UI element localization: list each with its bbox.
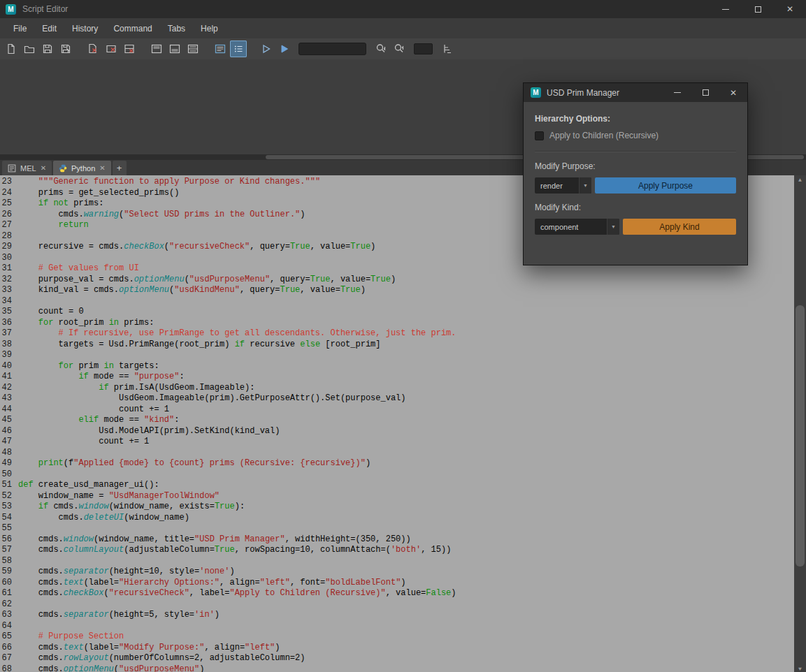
scroll-up-icon[interactable]: ▲	[794, 175, 806, 185]
code-line: 51def create_usd_manager_ui():	[0, 480, 806, 491]
history-pane-only-icon[interactable]	[148, 41, 165, 57]
code-line: 61 cmds.checkBox("recursiveCheck", label…	[0, 588, 806, 599]
clear-all-icon[interactable]	[121, 41, 138, 57]
maya-app-icon: M	[531, 87, 541, 98]
echo-all-commands-icon[interactable]	[212, 41, 229, 57]
tab-mel-close-icon[interactable]: ✕	[41, 164, 46, 172]
find-next-icon[interactable]	[373, 41, 389, 57]
execute-icon[interactable]	[275, 41, 292, 57]
code-line: 41 if mode == "purpose":	[0, 372, 806, 383]
editor-vertical-scrollbar[interactable]: ▲ ▼	[794, 175, 806, 672]
code-line: 63 cmds.separator(height=5, style='in')	[0, 610, 806, 621]
purpose-dropdown[interactable]: render ▼	[535, 177, 591, 193]
hierarchy-options-label: Hierarchy Options:	[535, 114, 736, 124]
menu-history[interactable]: History	[64, 18, 106, 38]
tab-mel-label: MEL	[20, 164, 36, 173]
search-field[interactable]	[298, 43, 366, 55]
window-title: Script Editor	[22, 4, 68, 14]
chevron-down-icon[interactable]: ▼	[579, 177, 591, 193]
window-controls: ✕	[710, 0, 806, 18]
mel-icon	[8, 164, 16, 173]
code-line: 40 for prim in targets:	[0, 361, 806, 372]
scroll-down-icon[interactable]: ▼	[794, 664, 806, 672]
code-line: 36 for root_prim in prims:	[0, 318, 806, 329]
code-line: 54 cmds.deleteUI(window_name)	[0, 513, 806, 524]
code-line: 46 Usd.ModelAPI(prim).SetKind(kind_val)	[0, 426, 806, 437]
show-line-numbers-icon[interactable]	[230, 41, 247, 57]
code-line: 60 cmds.text(label="Hierarchy Options:",…	[0, 578, 806, 589]
minimize-icon	[674, 92, 681, 93]
code-line: 65 # Purpose Section	[0, 631, 806, 643]
maximize-icon	[755, 6, 761, 13]
new-script-icon[interactable]	[3, 41, 20, 57]
apply-purpose-button[interactable]: Apply Purpose	[595, 177, 736, 193]
menu-file[interactable]: File	[6, 18, 34, 38]
modify-kind-label: Modify Kind:	[535, 203, 736, 212]
code-line: 67 cmds.rowLayout(numberOfColumns=2, adj…	[0, 653, 806, 664]
maximize-icon	[703, 89, 709, 96]
side-input-field[interactable]	[414, 43, 433, 54]
kind-dropdown[interactable]: component ▼	[535, 219, 619, 235]
tab-mel[interactable]: MEL ✕	[2, 161, 52, 175]
maximize-button[interactable]	[742, 0, 774, 18]
save-script-as-icon[interactable]	[57, 41, 74, 57]
minimize-button[interactable]	[710, 0, 742, 18]
open-script-icon[interactable]	[21, 41, 38, 57]
clear-history-icon[interactable]	[85, 41, 101, 57]
code-line: 53 if cmds.window(window_name, exists=Tr…	[0, 502, 806, 513]
usd-title-bar: M USD Prim Manager ✕	[524, 83, 747, 102]
stack-trace-icon[interactable]	[439, 41, 456, 57]
recursive-checkbox-label: Apply to Children (Recursive)	[549, 131, 659, 140]
purpose-dropdown-value: render	[535, 177, 579, 193]
modify-purpose-label: Modify Purpose:	[535, 161, 736, 171]
separator	[535, 151, 736, 152]
clear-input-icon[interactable]	[103, 41, 120, 57]
code-line: 39	[0, 350, 806, 361]
code-line: 52 window_name = "UsdManagerToolWindow"	[0, 491, 806, 502]
python-icon	[59, 164, 67, 173]
code-line: 66 cmds.text(label="Modify Purpose:", al…	[0, 643, 806, 654]
input-pane-only-icon[interactable]	[166, 41, 183, 57]
code-line: 34	[0, 296, 806, 307]
code-line: 35 count = 0	[0, 307, 806, 318]
usd-window-title: USD Prim Manager	[547, 88, 619, 98]
menu-tabs[interactable]: Tabs	[160, 18, 193, 38]
usd-close-button[interactable]: ✕	[719, 83, 747, 102]
tab-python-label: Python	[71, 164, 95, 173]
kind-row: component ▼ Apply Kind	[535, 219, 736, 235]
maya-app-icon: M	[6, 4, 16, 15]
apply-kind-button[interactable]: Apply Kind	[623, 219, 736, 235]
usd-maximize-button[interactable]	[691, 83, 719, 102]
menu-command[interactable]: Command	[106, 18, 159, 38]
code-line: 55	[0, 523, 806, 534]
toolbar	[0, 38, 806, 59]
code-line: 48	[0, 448, 806, 459]
usd-prim-manager-window: M USD Prim Manager ✕ Hierarchy Options: …	[523, 82, 748, 265]
code-line: 42 if prim.IsA(UsdGeom.Imageable):	[0, 383, 806, 394]
find-previous-icon[interactable]	[391, 41, 408, 57]
code-line: 37 # If recursive, use PrimRange to get …	[0, 328, 806, 339]
execute-all-icon[interactable]	[257, 41, 274, 57]
tab-python-close-icon[interactable]: ✕	[99, 164, 105, 172]
code-line: 68 cmds.optionMenu("usdPurposeMenu")	[0, 664, 806, 672]
code-line: 44 count += 1	[0, 404, 806, 416]
menu-help[interactable]: Help	[193, 18, 226, 38]
code-line: 64	[0, 621, 806, 632]
usd-minimize-button[interactable]	[663, 83, 691, 102]
editor-scrollbar-thumb[interactable]	[796, 305, 805, 567]
save-script-icon[interactable]	[39, 41, 56, 57]
both-panes-icon[interactable]	[185, 41, 201, 57]
code-line: 58	[0, 556, 806, 567]
purpose-row: render ▼ Apply Purpose	[535, 177, 736, 193]
recursive-checkbox-row[interactable]: Apply to Children (Recursive)	[535, 131, 736, 140]
close-button[interactable]: ✕	[774, 0, 806, 18]
code-line: 43 UsdGeom.Imageable(prim).GetPurposeAtt…	[0, 393, 806, 404]
add-tab-button[interactable]: +	[113, 161, 127, 175]
menu-edit[interactable]: Edit	[34, 18, 64, 38]
recursive-checkbox[interactable]	[535, 131, 544, 140]
code-line: 50	[0, 469, 806, 481]
code-line: 38 targets = Usd.PrimRange(root_prim) if…	[0, 339, 806, 351]
tab-python[interactable]: Python ✕	[53, 161, 111, 175]
code-line: 47 count += 1	[0, 437, 806, 448]
chevron-down-icon[interactable]: ▼	[607, 219, 619, 235]
